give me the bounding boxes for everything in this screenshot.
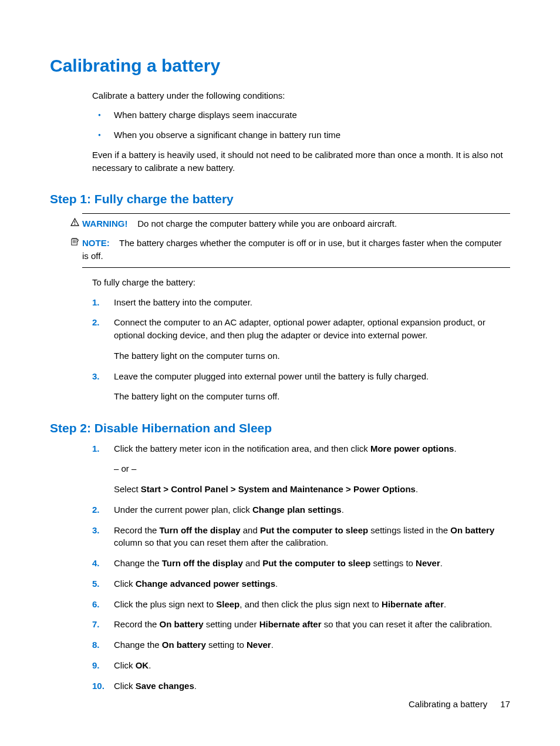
step2-list: 1.Click the battery meter icon in the no… — [92, 442, 510, 693]
list-number: 4. — [92, 557, 100, 570]
list-number: 9. — [92, 659, 100, 672]
intro-after: Even if a battery is heavily used, it sh… — [92, 149, 510, 174]
list-text: Click Change advanced power settings. — [114, 579, 278, 589]
list-number: 8. — [92, 639, 100, 651]
list-text: Record the Turn off the display and Put … — [114, 525, 494, 548]
list-number: 5. — [92, 577, 100, 590]
list-number: 3. — [92, 370, 100, 383]
list-number: 7. — [92, 618, 100, 631]
list-text: Insert the battery into the computer. — [114, 297, 252, 307]
list-item: 8.Change the On battery setting to Never… — [92, 639, 510, 651]
list-subtext: The battery light on the computer turns … — [114, 350, 510, 362]
step1-lead: To fully charge the battery: — [92, 276, 510, 289]
list-text: Click the battery meter icon in the noti… — [114, 443, 457, 453]
list-text: Click OK. — [114, 660, 151, 670]
list-subtext: The battery light on the computer turns … — [114, 390, 510, 403]
list-number: 3. — [92, 524, 100, 537]
list-item: 5.Click Change advanced power settings. — [92, 577, 510, 590]
list-text: Click the plus sign next to Sleep, and t… — [114, 599, 446, 609]
step2-heading: Step 2: Disable Hibernation and Sleep — [50, 419, 510, 437]
svg-point-2 — [75, 224, 76, 225]
list-number: 1. — [92, 442, 100, 455]
list-item: 9.Click OK. — [92, 659, 510, 672]
document-page: Calibrating a battery Calibrate a batter… — [0, 0, 560, 746]
warning-label: WARNING! — [82, 219, 128, 228]
list-text: Click Save changes. — [114, 681, 197, 691]
step1-heading: Step 1: Fully charge the battery — [50, 190, 510, 208]
footer-page-number: 17 — [500, 699, 510, 709]
note-text: The battery charges whether the computer… — [82, 238, 502, 261]
svg-rect-3 — [72, 239, 77, 245]
warning-text: Do not charge the computer battery while… — [137, 219, 397, 228]
list-item: 1.Insert the battery into the computer. — [92, 296, 510, 309]
step1-body: To fully charge the battery: 1.Insert th… — [92, 276, 510, 403]
step1-list: 1.Insert the battery into the computer.2… — [92, 296, 510, 404]
note-label: NOTE: — [82, 238, 110, 248]
list-item: 2.Under the current power plan, click Ch… — [92, 503, 510, 516]
list-item: 3.Record the Turn off the display and Pu… — [92, 524, 510, 550]
list-item: 3.Leave the computer plugged into extern… — [92, 370, 510, 404]
note-icon — [70, 237, 80, 246]
list-item: 6.Click the plus sign next to Sleep, and… — [92, 598, 510, 611]
list-subtext: – or – — [114, 462, 510, 475]
list-number: 1. — [92, 296, 100, 309]
list-item: 2.Connect the computer to an AC adapter,… — [92, 316, 510, 362]
list-item: 7.Record the On battery setting under Hi… — [92, 618, 510, 631]
step2-body: 1.Click the battery meter icon in the no… — [92, 442, 510, 693]
list-item: 1.Click the battery meter icon in the no… — [92, 442, 510, 496]
note-callout: NOTE: The battery charges whether the co… — [82, 233, 510, 268]
list-number: 2. — [92, 316, 100, 329]
intro-block: Calibrate a battery under the following … — [92, 89, 510, 174]
page-title: Calibrating a battery — [50, 53, 510, 79]
list-subtext: Select Start > Control Panel > System an… — [114, 483, 510, 496]
list-item: 4.Change the Turn off the display and Pu… — [92, 557, 510, 570]
warning-icon — [70, 217, 80, 227]
list-text: Connect the computer to an AC adapter, o… — [114, 317, 485, 340]
bullet-item: When you observe a significant change in… — [92, 129, 510, 142]
list-text: Change the On battery setting to Never. — [114, 640, 274, 650]
warning-callout: WARNING! Do not charge the computer batt… — [82, 213, 510, 234]
list-text: Leave the computer plugged into external… — [114, 371, 429, 381]
page-footer: Calibrating a battery 17 — [409, 698, 510, 711]
list-text: Record the On battery setting under Hibe… — [114, 619, 492, 629]
list-text: Under the current power plan, click Chan… — [114, 505, 344, 515]
list-number: 6. — [92, 598, 100, 611]
intro-bullets: When battery charge displays seem inaccu… — [92, 109, 510, 142]
footer-title: Calibrating a battery — [409, 699, 487, 709]
intro-lead: Calibrate a battery under the following … — [92, 89, 510, 102]
bullet-item: When battery charge displays seem inaccu… — [92, 109, 510, 122]
list-item: 10.Click Save changes. — [92, 680, 510, 693]
list-number: 10. — [92, 680, 104, 693]
list-number: 2. — [92, 503, 100, 516]
list-text: Change the Turn off the display and Put … — [114, 558, 443, 568]
